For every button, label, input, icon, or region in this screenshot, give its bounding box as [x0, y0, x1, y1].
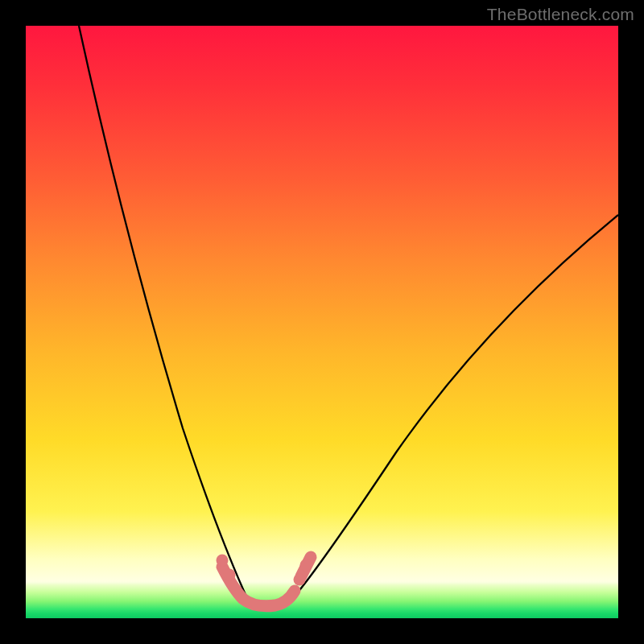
watermark-text: TheBottleneck.com	[487, 5, 634, 24]
background-gradient	[26, 26, 618, 618]
plot-area	[26, 26, 618, 618]
green-band	[26, 581, 618, 618]
chart-frame: TheBottleneck.com	[0, 0, 644, 644]
